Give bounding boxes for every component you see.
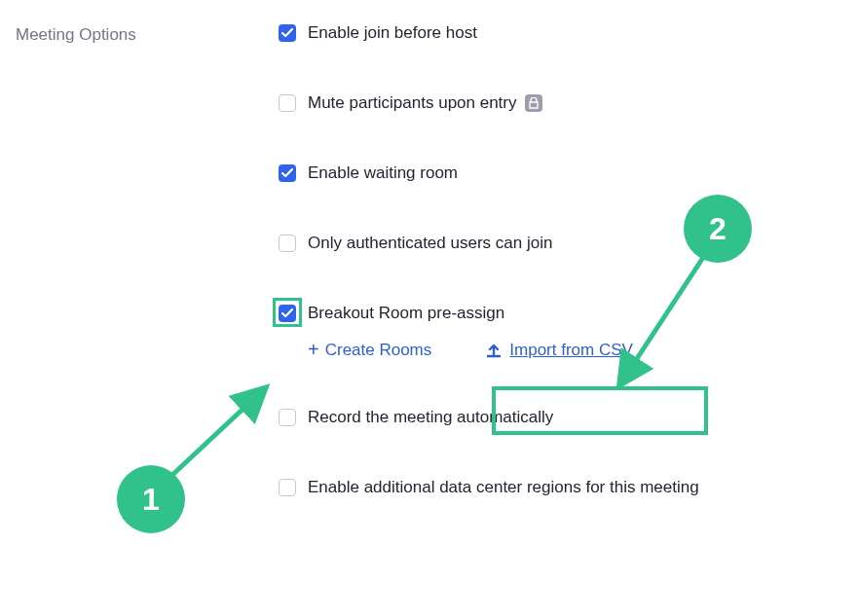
import-csv-button[interactable]: Import from CSV bbox=[486, 341, 633, 360]
section-title: Meeting Options bbox=[16, 25, 279, 45]
label-authenticated-only: Only authenticated users can join bbox=[308, 234, 552, 253]
option-mute-on-entry: Mute participants upon entry bbox=[279, 93, 842, 113]
label-mute-on-entry: Mute participants upon entry bbox=[308, 93, 517, 113]
plus-icon: + bbox=[308, 339, 319, 361]
import-csv-label: Import from CSV bbox=[509, 341, 633, 360]
label-waiting-room: Enable waiting room bbox=[308, 163, 458, 183]
label-breakout-preassign: Breakout Room pre-assign bbox=[308, 304, 504, 323]
create-rooms-label: Create Rooms bbox=[325, 341, 432, 360]
checkbox-join-before-host[interactable] bbox=[279, 24, 296, 42]
option-waiting-room: Enable waiting room bbox=[279, 163, 842, 183]
label-data-center-regions: Enable additional data center regions fo… bbox=[308, 478, 699, 497]
checkbox-breakout-preassign[interactable] bbox=[279, 305, 296, 322]
label-record-auto: Record the meeting automatically bbox=[308, 408, 553, 427]
create-rooms-button[interactable]: + Create Rooms bbox=[308, 339, 431, 361]
option-data-center-regions: Enable additional data center regions fo… bbox=[279, 478, 842, 497]
locked-icon bbox=[525, 94, 542, 112]
checkbox-mute-on-entry[interactable] bbox=[279, 94, 296, 112]
option-breakout-preassign: Breakout Room pre-assign bbox=[279, 304, 842, 323]
checkbox-record-auto[interactable] bbox=[279, 409, 296, 426]
label-join-before-host: Enable join before host bbox=[308, 23, 477, 43]
breakout-sub-actions: + Create Rooms Import from CSV bbox=[308, 333, 842, 361]
checkbox-data-center-regions[interactable] bbox=[279, 479, 296, 496]
option-record-auto: Record the meeting automatically bbox=[279, 408, 842, 427]
option-authenticated-only: Only authenticated users can join bbox=[279, 234, 842, 253]
option-join-before-host: Enable join before host bbox=[279, 23, 842, 43]
checkbox-waiting-room[interactable] bbox=[279, 164, 296, 182]
checkbox-authenticated-only[interactable] bbox=[279, 235, 296, 252]
upload-icon bbox=[486, 343, 502, 358]
